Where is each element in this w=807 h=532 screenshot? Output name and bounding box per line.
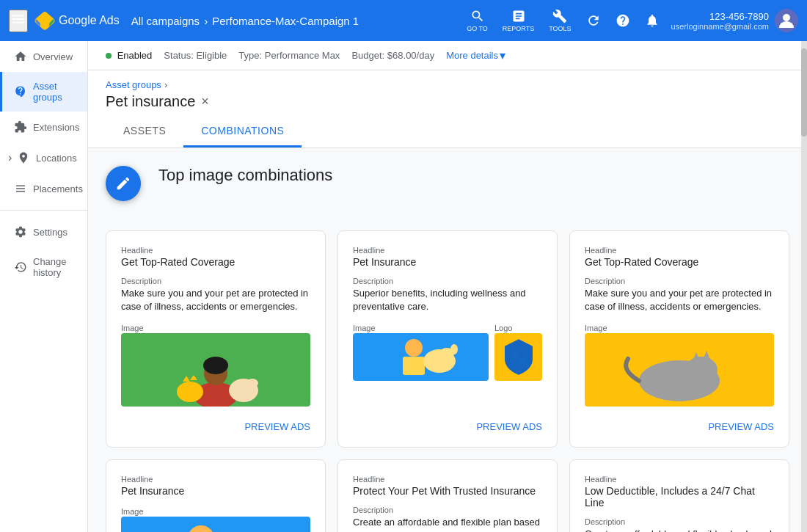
card4-headline-section: Headline Pet Insurance: [121, 475, 310, 497]
card4-headline-value: Pet Insurance: [121, 485, 310, 497]
sidebar-item-settings[interactable]: Settings: [0, 216, 87, 247]
combinations-title: Top image combinations: [158, 166, 332, 185]
card3-desc-section: Description Make sure you and your pet a…: [585, 277, 774, 313]
close-icon[interactable]: ×: [201, 94, 209, 109]
sidebar-label-settings: Settings: [33, 227, 67, 238]
notifications-button[interactable]: [639, 7, 665, 34]
card5-desc-label: Description: [353, 506, 542, 514]
status-eligible: Status: Eligible: [164, 50, 227, 61]
goto-button[interactable]: GO TO: [461, 3, 494, 38]
card1-image: [121, 333, 310, 407]
combo-card-5[interactable]: Headline Protect Your Pet With Trusted I…: [337, 459, 558, 532]
card6-desc-section: Description Create an affordable and fle…: [585, 517, 774, 532]
top-navigation: Google Ads All campaigns › Perfomance-Ma…: [0, 0, 807, 41]
card2-preview-link[interactable]: PREVIEW ADS: [353, 415, 542, 432]
card2-images: Image: [353, 322, 542, 381]
card6-desc-value: Create an affordable and flexible plan b…: [585, 528, 774, 532]
asset-groups-link[interactable]: Asset groups: [106, 79, 161, 90]
card5-headline-section: Headline Protect Your Pet With Trusted I…: [353, 475, 542, 497]
card5-headline-label: Headline: [353, 475, 542, 484]
breadcrumb-arrow: ›: [204, 15, 208, 27]
reports-label: REPORTS: [503, 25, 534, 32]
card3-preview-link[interactable]: PREVIEW ADS: [585, 415, 774, 432]
scrollbar-thumb[interactable]: [801, 48, 807, 136]
user-avatar[interactable]: [775, 9, 798, 32]
more-details-link[interactable]: More details ▾: [446, 48, 505, 62]
sidebar-item-asset-groups[interactable]: Asset groups: [0, 72, 87, 112]
card4-image: [121, 517, 310, 532]
combo-card-1[interactable]: Headline Get Top-Rated Coverage Descript…: [106, 230, 326, 448]
card3-image-label: Image: [585, 324, 607, 332]
refresh-button[interactable]: [580, 7, 607, 34]
edit-fab-button[interactable]: [106, 166, 141, 201]
svg-point-15: [450, 344, 458, 354]
tools-label: TOOLS: [549, 25, 571, 32]
combo-card-6[interactable]: Headline Low Deductible, Includes a 24/7…: [569, 459, 789, 532]
sidebar-item-change-history[interactable]: Change history: [0, 247, 87, 287]
scrollbar-track: [801, 41, 807, 532]
tab-assets[interactable]: ASSETS: [106, 116, 183, 147]
tabs-container: ASSETS COMBINATIONS: [106, 116, 789, 147]
account-number: 123-456-7890: [671, 11, 769, 22]
card1-preview-link[interactable]: PREVIEW ADS: [121, 415, 310, 432]
card4-image-label: Image: [121, 507, 144, 516]
combo-card-4[interactable]: Headline Pet Insurance Image: [106, 459, 326, 532]
card1-image-section: Image: [121, 322, 310, 407]
svg-point-4: [203, 357, 228, 374]
campaign-name: Perfomance-Max-Campaign 1: [212, 15, 359, 27]
nav-icons: GO TO REPORTS TOOLS: [461, 3, 665, 38]
svg-point-11: [405, 339, 423, 357]
account-info[interactable]: 123-456-7890 userloginname@gmail.com: [671, 9, 798, 32]
card2-image: [353, 333, 489, 381]
card3-headline-label: Headline: [585, 246, 774, 255]
card2-headline-section: Headline Pet Insurance: [353, 246, 542, 268]
card2-logo-label: Logo: [494, 324, 512, 332]
tab-combinations[interactable]: COMBINATIONS: [183, 116, 302, 147]
sidebar-label-placements: Placements: [33, 183, 83, 194]
logo-text: Google Ads: [59, 14, 120, 27]
sidebar-item-extensions[interactable]: Extensions: [0, 112, 87, 142]
chevron-down-icon: ▾: [500, 48, 505, 62]
card1-desc-value: Make sure you and your pet are protected…: [121, 287, 310, 313]
sidebar: Overview Asset groups Extensions Locatio…: [0, 41, 88, 532]
card1-image-label: Image: [121, 324, 144, 332]
sidebar-label-extensions: Extensions: [33, 122, 80, 133]
card2-headline-value: Pet Insurance: [353, 256, 542, 268]
combo-card-2[interactable]: Headline Pet Insurance Description Super…: [337, 230, 558, 448]
sidebar-item-placements[interactable]: Placements: [0, 173, 87, 204]
card1-headline-value: Get Top-Rated Coverage: [121, 256, 310, 268]
all-campaigns-link[interactable]: All campaigns: [131, 15, 200, 27]
reports-button[interactable]: REPORTS: [497, 3, 540, 38]
svg-text:🐾: 🐾: [511, 350, 527, 366]
svg-rect-22: [142, 517, 289, 532]
hamburger-menu[interactable]: [9, 10, 28, 32]
card6-desc-label: Description: [585, 517, 774, 526]
card2-headline-label: Headline: [353, 246, 542, 255]
card1-desc-section: Description Make sure you and your pet a…: [121, 277, 310, 313]
svg-point-5: [177, 382, 203, 402]
cards-grid: Headline Get Top-Rated Coverage Descript…: [106, 230, 789, 532]
card3-headline-value: Get Top-Rated Coverage: [585, 256, 774, 268]
card5-desc-value: Create an affordable and flexible plan b…: [353, 516, 542, 532]
card1-headline-label: Headline: [121, 246, 310, 255]
sidebar-item-locations[interactable]: Locations: [0, 142, 87, 173]
combo-card-3[interactable]: Headline Get Top-Rated Coverage Descript…: [569, 230, 789, 448]
svg-rect-12: [403, 357, 425, 375]
card3-image-section: Image: [585, 322, 774, 407]
tools-button[interactable]: TOOLS: [543, 3, 577, 38]
card2-logo-block: Logo 🐾: [494, 322, 542, 381]
account-email: userloginname@gmail.com: [671, 22, 769, 31]
sidebar-label-overview: Overview: [33, 51, 73, 62]
card3-headline-section: Headline Get Top-Rated Coverage: [585, 246, 774, 268]
card2-desc-label: Description: [353, 277, 542, 285]
combinations-area: Top image combinations Headline Get Top-…: [88, 148, 807, 532]
card4-headline-label: Headline: [121, 475, 310, 484]
status-budget: Budget: $68.00/day: [351, 50, 434, 61]
page-title: Pet insurance: [106, 93, 195, 110]
sidebar-item-overview[interactable]: Overview: [0, 41, 87, 72]
help-button[interactable]: [610, 7, 636, 34]
card2-desc-value: Superior benefits, including wellness an…: [353, 287, 542, 313]
svg-point-9: [247, 379, 258, 387]
sidebar-label-asset-groups: Asset groups: [33, 81, 76, 103]
asset-groups-breadcrumb[interactable]: Asset groups ›: [106, 70, 789, 93]
